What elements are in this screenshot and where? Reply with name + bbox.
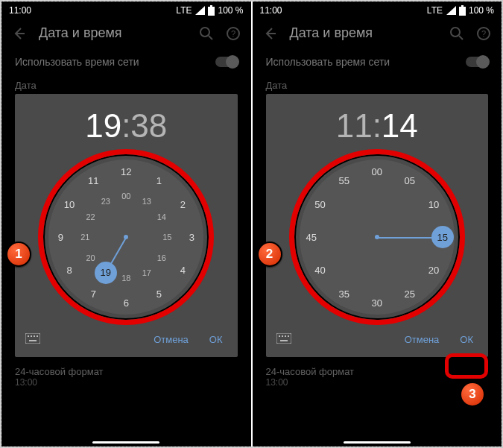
svg-rect-22: [288, 335, 289, 337]
home-indicator[interactable]: [344, 441, 411, 444]
clock-tick[interactable]: 5: [156, 288, 162, 300]
app-bar: Дата и время ?: [1, 18, 251, 48]
clock-tick[interactable]: 21: [80, 233, 89, 242]
clock-selection-knob[interactable]: 15: [431, 226, 454, 248]
clock-tick[interactable]: 00: [372, 166, 382, 177]
keyboard-icon[interactable]: [273, 330, 294, 350]
help-icon[interactable]: ?: [476, 26, 491, 41]
ok-button[interactable]: ОК: [202, 329, 230, 350]
home-indicator[interactable]: [92, 441, 159, 444]
clock-tick[interactable]: 10: [64, 199, 75, 210]
svg-rect-10: [37, 335, 38, 337]
ok-button[interactable]: ОК: [452, 329, 481, 350]
clock-tick[interactable]: 8: [66, 265, 72, 276]
svg-rect-23: [280, 340, 288, 341]
clock-tick[interactable]: 55: [339, 174, 349, 186]
clock-tick[interactable]: 05: [405, 174, 415, 186]
row-date-label: Дата: [253, 75, 502, 92]
clock-tick[interactable]: 50: [314, 199, 325, 210]
time-display: 11:14: [266, 94, 489, 155]
clock-tick[interactable]: 16: [157, 253, 166, 262]
screen-right: 11:00 LTE 100 % Дата и время ? Использов…: [251, 1, 502, 447]
svg-text:?: ?: [481, 29, 486, 38]
minute-value[interactable]: 38: [130, 107, 167, 144]
hour-value[interactable]: 11: [336, 107, 373, 144]
svg-rect-7: [28, 335, 29, 337]
svg-rect-18: [276, 333, 291, 344]
search-icon[interactable]: [199, 26, 214, 41]
annotation-badge-3: 3: [460, 382, 485, 407]
clock-tick[interactable]: 17: [142, 268, 151, 277]
clock-tick[interactable]: 10: [428, 199, 439, 210]
clock-selection-knob[interactable]: 19: [95, 262, 117, 284]
cancel-button[interactable]: Отмена: [397, 329, 447, 350]
clock-tick[interactable]: 3: [189, 232, 194, 243]
clock-tick[interactable]: 1: [156, 174, 162, 186]
row-sublabel: 13:00: [15, 377, 238, 388]
clock-tick[interactable]: 12: [121, 166, 131, 177]
switch-network-time[interactable]: [215, 57, 238, 67]
signal-icon: [194, 6, 205, 15]
search-icon[interactable]: [449, 26, 464, 41]
status-right: LTE 100 %: [176, 5, 243, 16]
annotation-badge-2: 2: [257, 242, 282, 267]
svg-rect-8: [31, 335, 32, 337]
colon: :: [121, 107, 130, 144]
page-title: Дата и время: [39, 25, 187, 41]
clock-face[interactable]: 1212345678910110013141516171819202122231…: [48, 160, 203, 315]
help-icon[interactable]: ?: [226, 26, 241, 41]
clock-face[interactable]: 00051015202530354045505515: [300, 160, 455, 315]
row-24h-format[interactable]: 24-часовой формат 13:00: [1, 362, 251, 392]
clock-tick[interactable]: 11: [88, 174, 98, 186]
hour-value[interactable]: 19: [85, 107, 121, 144]
clock-face-wrap: 00051015202530354045505515: [295, 155, 459, 319]
clock-tick[interactable]: 45: [306, 232, 317, 243]
status-battery: 100 %: [218, 5, 243, 16]
keyboard-icon[interactable]: [22, 330, 43, 350]
clock-tick[interactable]: 2: [180, 199, 186, 210]
app-bar: Дата и время ?: [253, 18, 502, 48]
clock-tick[interactable]: 9: [58, 232, 63, 243]
clock-tick[interactable]: 35: [339, 288, 349, 300]
cancel-button[interactable]: Отмена: [146, 329, 196, 350]
clock-tick[interactable]: 20: [428, 265, 439, 276]
status-time: 11:00: [9, 5, 31, 16]
clock-tick[interactable]: 30: [372, 297, 382, 309]
clock-tick[interactable]: 40: [314, 265, 325, 276]
svg-rect-1: [210, 5, 212, 7]
svg-rect-6: [25, 333, 40, 344]
clock-tick[interactable]: 25: [405, 288, 415, 300]
clock-tick[interactable]: 18: [121, 274, 130, 283]
status-battery: 100 %: [469, 5, 494, 16]
clock-tick[interactable]: 6: [124, 297, 129, 309]
status-net: LTE: [427, 5, 443, 16]
clock-tick[interactable]: 22: [86, 212, 95, 221]
row-label: 24-часовой формат: [15, 366, 238, 377]
row-date-label: Дата: [1, 75, 251, 92]
status-bar: 11:00 LTE 100 %: [1, 1, 251, 18]
back-icon[interactable]: [263, 26, 278, 41]
clock-tick[interactable]: 20: [86, 253, 95, 262]
row-use-network-time[interactable]: Использовать время сети: [1, 48, 251, 75]
clock-tick[interactable]: 13: [142, 197, 151, 206]
back-icon[interactable]: [12, 26, 27, 41]
clock-tick[interactable]: 4: [180, 265, 186, 276]
row-use-network-time[interactable]: Использовать время сети: [253, 48, 502, 75]
clock-tick[interactable]: 15: [162, 233, 171, 242]
screen-left: 11:00 LTE 100 % Дата и время ? Использов…: [1, 1, 251, 447]
clock-tick[interactable]: 7: [91, 288, 96, 300]
minute-value[interactable]: 14: [382, 107, 418, 144]
dialog-actions: Отмена ОК: [15, 326, 238, 357]
svg-rect-13: [461, 5, 464, 7]
svg-rect-19: [279, 335, 280, 337]
battery-icon: [208, 5, 215, 16]
svg-rect-11: [29, 340, 37, 341]
clock-tick[interactable]: 23: [101, 197, 110, 206]
clock-tick[interactable]: 14: [157, 212, 166, 221]
switch-network-time[interactable]: [466, 57, 488, 67]
svg-rect-9: [34, 335, 35, 337]
row-sublabel: 13:00: [266, 377, 489, 388]
time-display: 19:38: [15, 94, 238, 155]
row-label: 24-часовой формат: [266, 366, 489, 377]
clock-tick[interactable]: 00: [121, 192, 130, 201]
